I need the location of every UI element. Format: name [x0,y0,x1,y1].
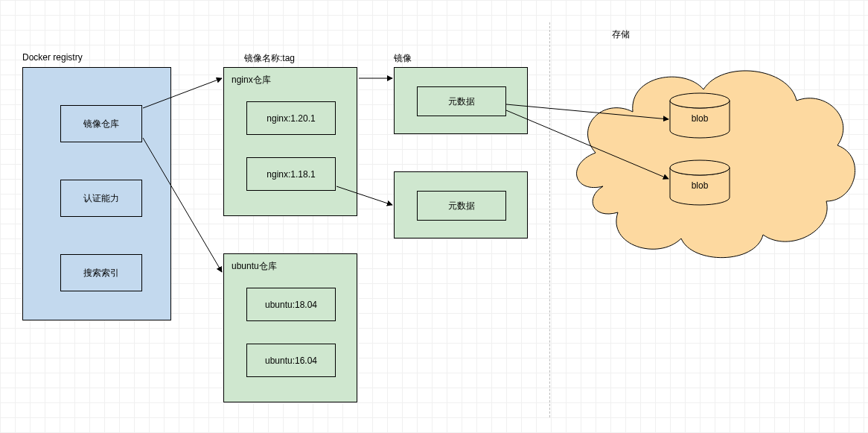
registry-auth: 认证能力 [60,180,142,217]
blob-2: blob [670,160,730,205]
blob-2-label: blob [692,180,709,191]
ubuntu-tag-1: ubuntu:18.04 [246,288,336,321]
meta-box-2: 元数据 [394,171,528,238]
blob-1-label: blob [692,113,709,124]
meta-box-1: 元数据 [394,67,528,134]
storage-cloud [577,71,855,258]
blob-1: blob [670,93,730,138]
nginx-tag-1: nginx:1.20.1 [246,101,336,135]
nginx-tag-2: nginx:1.18.1 [246,157,336,191]
registry-image-repo: 镜像仓库 [60,105,142,142]
nginx-repo-title: nginx仓库 [232,74,271,86]
tag-col-title: 镜像名称:tag [244,52,295,65]
registry-box: 镜像仓库 认证能力 搜索索引 [22,67,171,320]
divider-line [549,22,550,417]
diagram-canvas: Docker registry 镜像名称:tag 镜像 存储 镜像仓库 认证能力… [0,0,868,433]
nginx-repo-box: nginx仓库 nginx:1.20.1 nginx:1.18.1 [223,67,357,216]
svg-point-0 [670,93,730,108]
registry-title: Docker registry [22,52,83,63]
arrow-meta1-to-blob2 [506,110,668,179]
store-col-title: 存储 [612,28,630,41]
meta-1: 元数据 [417,86,506,116]
registry-index: 搜索索引 [60,254,142,291]
ubuntu-repo-title: ubuntu仓库 [232,260,277,273]
meta-2: 元数据 [417,191,506,221]
arrow-meta1-to-blob1 [506,104,668,119]
svg-point-1 [670,160,730,175]
ubuntu-tag-2: ubuntu:16.04 [246,344,336,377]
meta-col-title: 镜像 [394,52,412,65]
ubuntu-repo-box: ubuntu仓库 ubuntu:18.04 ubuntu:16.04 [223,253,357,402]
